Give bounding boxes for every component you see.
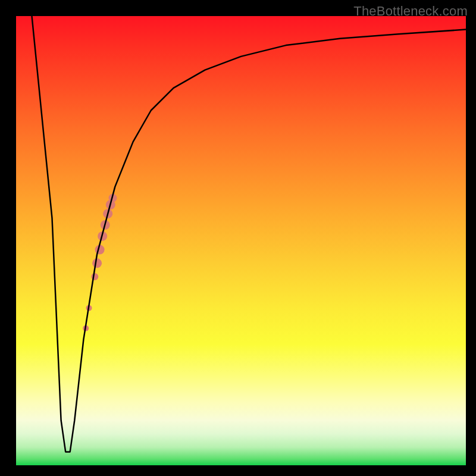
dot	[92, 258, 102, 268]
watermark-text: TheBottleneck.com	[353, 4, 468, 19]
chart-container: TheBottleneck.com	[0, 0, 476, 476]
plot-area	[16, 16, 466, 465]
dot	[91, 273, 98, 280]
curve-layer	[16, 16, 466, 465]
bottleneck-curve	[32, 16, 466, 452]
